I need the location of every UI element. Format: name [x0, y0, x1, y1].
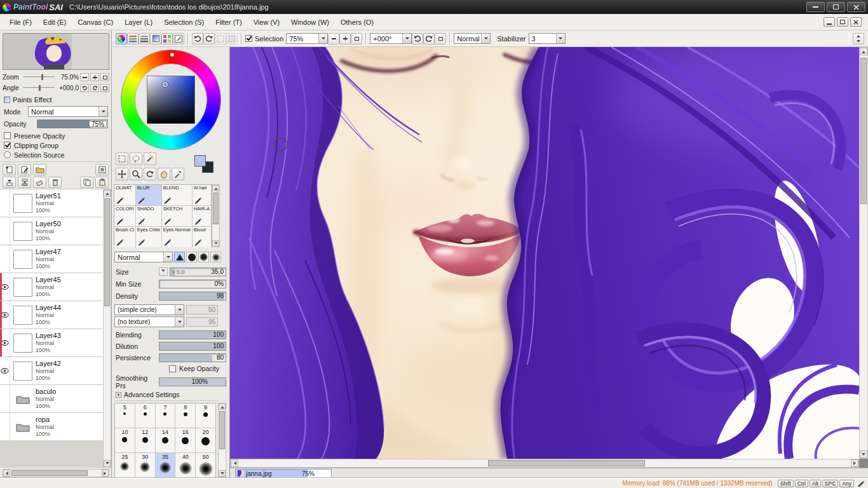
scrollbar-thumb[interactable] — [860, 58, 867, 204]
layer-mask-button[interactable] — [95, 164, 109, 175]
scroll-up-button[interactable] — [219, 403, 226, 410]
slider-knob[interactable] — [39, 85, 41, 91]
scroll-down-button[interactable] — [219, 470, 226, 477]
dilution-slider[interactable]: 100 — [159, 342, 226, 351]
option-checkbox[interactable] — [4, 132, 11, 139]
brush-size-preset[interactable]: 30 — [135, 453, 155, 477]
reselect-button[interactable] — [226, 33, 238, 44]
scrollbar-thumb[interactable] — [104, 198, 110, 306]
brush-preset[interactable]: COLOR! — [114, 206, 135, 226]
brush-grid-scrollbar[interactable] — [212, 184, 220, 247]
menu-item[interactable]: Canvas (C) — [72, 14, 119, 30]
zoom-combobox[interactable]: 75% — [286, 33, 328, 44]
lasso-tool[interactable] — [130, 152, 142, 165]
selection-visibility-checkbox[interactable] — [245, 35, 252, 42]
brush-size-preset[interactable]: 16 — [175, 428, 195, 452]
brush-preset[interactable]: HAIR-A — [193, 206, 211, 226]
brush-size-preset[interactable]: 9 — [196, 403, 215, 428]
scroll-up-button[interactable] — [104, 190, 111, 197]
brush-texture-strength[interactable]: 95 — [186, 317, 218, 327]
brush-mode-combobox[interactable]: Normal — [114, 252, 173, 262]
layer-row[interactable]: Layer51 Normal 100% — [0, 189, 103, 217]
color-wheel-toggle-button[interactable] — [116, 33, 127, 44]
canvas-vertical-scrollbar[interactable] — [859, 47, 868, 459]
navigator-rotate-cw-button[interactable] — [90, 84, 99, 92]
brush-preset[interactable]: Eyes Chibi — [136, 227, 161, 247]
brush-shape-strength[interactable]: 50 — [186, 305, 218, 315]
brush-size-preset[interactable]: 40 — [175, 453, 195, 477]
menu-item[interactable]: Layer (L) — [119, 14, 158, 30]
delete-layer-button[interactable] — [48, 177, 62, 188]
brush-preset[interactable]: Eyes Normal — [162, 227, 192, 247]
density-slider[interactable]: 98 — [159, 292, 226, 301]
sv-marker[interactable] — [163, 82, 168, 87]
color-picker-tool[interactable] — [172, 168, 184, 180]
layer-visibility-toggle[interactable] — [0, 385, 10, 412]
rgb-sliders-toggle-button[interactable] — [127, 33, 139, 44]
brush-size-preset[interactable]: 25 — [115, 453, 135, 477]
paints-effect-option[interactable]: Preserve Opacity — [4, 131, 108, 140]
layer-row[interactable]: Layer42 Normal 100% — [0, 357, 103, 385]
brush-preset[interactable]: W.hair — [193, 185, 211, 205]
brush-preset[interactable]: BLEND — [162, 185, 192, 205]
transfer-down-button[interactable] — [3, 177, 16, 188]
brush-preset[interactable]: SHADO — [136, 206, 161, 226]
document-tab[interactable]: janna.jpg 75% — [235, 469, 332, 478]
scroll-up-button[interactable] — [860, 48, 867, 55]
menu-item[interactable]: Filter (T) — [210, 14, 248, 30]
navigator-preview[interactable] — [3, 33, 109, 70]
scroll-right-button[interactable] — [851, 459, 858, 467]
menu-item[interactable]: Window (W) — [285, 14, 335, 30]
layer-row[interactable]: Layer50 Normal 100% — [0, 217, 103, 245]
canvas[interactable] — [230, 47, 859, 459]
smoothing-slider[interactable]: 100% — [159, 377, 226, 386]
magic-wand-tool[interactable] — [144, 152, 156, 165]
navigator-angle-reset-button[interactable] — [100, 84, 109, 92]
advanced-settings-toggle[interactable]: Advanced Settings — [116, 391, 180, 398]
scroll-left-button[interactable] — [3, 470, 10, 477]
size-grid-scrollbar[interactable] — [218, 403, 226, 477]
window-close-button[interactable] — [847, 2, 865, 12]
canvas-horizontal-scrollbar[interactable] — [230, 459, 859, 468]
layer-row[interactable]: Layer44 Normal 100% — [0, 301, 103, 329]
menu-item[interactable]: View (V) — [248, 14, 285, 30]
layer-row[interactable]: ropa Normal 100% — [0, 413, 103, 441]
brush-preset[interactable]: SKETCH — [162, 206, 192, 226]
move-tool[interactable] — [116, 168, 128, 180]
zoom-tool[interactable] — [130, 168, 142, 180]
scrollbar-thumb[interactable] — [488, 460, 645, 466]
foreground-color-swatch[interactable] — [194, 155, 206, 166]
redo-button[interactable] — [203, 33, 215, 44]
brush-preset[interactable]: OLWAT — [114, 185, 135, 205]
document-close-button[interactable] — [850, 17, 862, 27]
layer-visibility-toggle[interactable] — [0, 217, 10, 245]
rotate-ccw-button[interactable] — [412, 33, 423, 44]
layer-visibility-toggle[interactable] — [0, 245, 10, 273]
brush-size-preset[interactable]: 14 — [156, 428, 175, 452]
brush-size-preset[interactable]: 35 — [156, 453, 175, 477]
slider-knob[interactable] — [41, 74, 43, 80]
zoom-out-button[interactable] — [328, 33, 339, 44]
navigator-rotate-ccw-button[interactable] — [80, 84, 89, 92]
menu-item[interactable]: Selection (S) — [158, 14, 210, 30]
scroll-left-button[interactable] — [231, 459, 238, 467]
size-unit-button[interactable] — [159, 268, 168, 276]
saturation-value-square[interactable] — [147, 76, 195, 124]
document-restore-button[interactable] — [837, 17, 848, 27]
menu-item[interactable]: File (F) — [4, 14, 37, 30]
stabilizer-combobox[interactable]: 3 — [529, 33, 566, 44]
rotate-cw-button[interactable] — [423, 33, 435, 44]
navigator-angle-slider[interactable] — [23, 87, 55, 89]
brush-size-preset[interactable]: 7 — [156, 403, 175, 428]
menu-item[interactable]: Edit (E) — [37, 14, 72, 30]
option-checkbox[interactable] — [4, 151, 11, 158]
brush-tip-medium[interactable] — [198, 252, 209, 262]
layer-visibility-toggle[interactable] — [0, 189, 10, 217]
brush-preset[interactable]: BLUR — [136, 185, 161, 205]
brush-size-preset[interactable]: 50 — [196, 453, 215, 477]
scroll-up-button[interactable] — [212, 185, 219, 191]
layer-row[interactable]: Layer47 Normal 100% — [0, 245, 103, 273]
brush-size-preset[interactable]: 12 — [135, 428, 155, 452]
keep-opacity-checkbox[interactable] — [169, 365, 176, 372]
scrollbar-thumb[interactable] — [213, 193, 219, 224]
